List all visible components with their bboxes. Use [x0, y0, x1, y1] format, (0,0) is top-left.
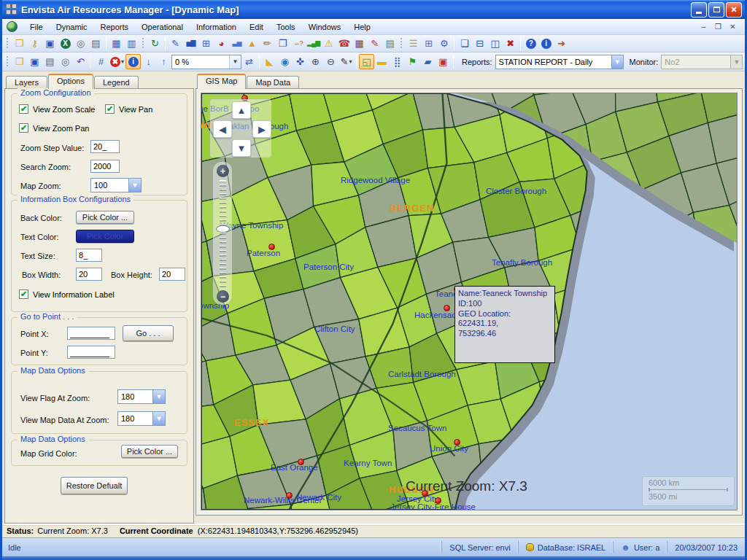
- select-region-button[interactable]: ◱: [359, 54, 374, 69]
- table-data-button[interactable]: ▥: [124, 36, 139, 51]
- point-x-input[interactable]: [67, 327, 115, 340]
- restore-button[interactable]: [708, 2, 724, 18]
- menu-item-help[interactable]: Help: [347, 20, 377, 34]
- print-button[interactable]: ▤: [88, 36, 104, 51]
- excel-export-button[interactable]: X: [58, 36, 73, 51]
- globe-view-button[interactable]: ◉: [277, 54, 293, 69]
- view-map-data-zoom-select[interactable]: 180▼: [117, 411, 166, 426]
- draw-pen-button[interactable]: ✎▾: [338, 54, 354, 69]
- info-mode-button[interactable]: i: [125, 54, 141, 69]
- menu-item-information[interactable]: Information: [190, 20, 243, 34]
- histogram-button[interactable]: ▃▅: [229, 36, 244, 51]
- toolbar-handle[interactable]: [6, 56, 9, 68]
- refresh-button[interactable]: ↻: [147, 36, 163, 51]
- tab-options[interactable]: Options: [48, 74, 93, 89]
- arrow-down-button[interactable]: ↓: [141, 54, 156, 69]
- calculator-button[interactable]: ⊞: [421, 36, 436, 51]
- back-color-button[interactable]: Pick Color ...: [76, 211, 134, 224]
- toolbar-handle[interactable]: [400, 38, 403, 50]
- edit-note-button[interactable]: ✎: [367, 36, 382, 51]
- alarm-warning-button[interactable]: ⚠: [321, 36, 336, 51]
- zoom-in-button[interactable]: ⊕: [308, 54, 323, 69]
- stats-chart-button[interactable]: ▂▄▆: [306, 36, 321, 51]
- dots-grid-button[interactable]: ⣿: [390, 54, 405, 69]
- key-search-button[interactable]: ⚷: [27, 36, 42, 51]
- dropdown-caret-icon[interactable]: ▾: [121, 58, 124, 65]
- pan-left-button[interactable]: ◀: [213, 120, 232, 138]
- grid-toggle-button[interactable]: #: [93, 54, 109, 69]
- view-zoom-pan-checkbox[interactable]: ✔View Zoom Pan: [19, 123, 89, 133]
- chevron-down-icon[interactable]: ▼: [730, 55, 742, 69]
- box-width-input[interactable]: 20: [76, 268, 102, 281]
- pan-tool-button[interactable]: ✜: [293, 54, 308, 69]
- flag-button[interactable]: ⚑: [405, 54, 420, 69]
- layer-order-button[interactable]: ⇄: [241, 54, 257, 69]
- stop-button[interactable]: ✖▾: [109, 54, 125, 69]
- station-marker[interactable]: [268, 244, 275, 250]
- tab-gis-map[interactable]: GIS Map: [197, 74, 246, 89]
- menu-item-edit[interactable]: Edit: [243, 20, 270, 34]
- zoom-out-slider-button[interactable]: −: [217, 290, 229, 303]
- restore-default-button[interactable]: Restore Defualt: [61, 477, 128, 494]
- view-information-label-checkbox[interactable]: ✔View Information Label: [19, 289, 115, 299]
- cascade-windows-button[interactable]: ❏: [457, 36, 472, 51]
- settings-gear-button[interactable]: ⚙: [436, 36, 452, 51]
- map-grid-color-button[interactable]: Pick Color ...: [121, 445, 178, 458]
- map-zoom-select[interactable]: 100▼: [90, 178, 142, 192]
- menu-item-tools[interactable]: Tools: [270, 20, 302, 34]
- eraser-button[interactable]: ▰: [420, 54, 436, 69]
- open-button[interactable]: ❒: [12, 36, 27, 51]
- menu-item-dynamic[interactable]: Dynamic: [50, 20, 94, 34]
- chevron-down-icon[interactable]: ▼: [611, 55, 623, 69]
- menu-item-operational[interactable]: Operational: [135, 20, 190, 34]
- shapes-3d-button[interactable]: ▲: [244, 36, 260, 51]
- notebook-button[interactable]: ▤: [382, 36, 398, 51]
- undo-button[interactable]: ↶: [73, 54, 88, 69]
- zoom-in-slider-button[interactable]: +: [217, 165, 229, 177]
- station-marker[interactable]: [435, 497, 441, 504]
- ruler-select-button[interactable]: ◣: [262, 54, 277, 69]
- zoom-out-button[interactable]: ⊖: [323, 54, 338, 69]
- mdi-close-button[interactable]: ✕: [727, 21, 739, 32]
- print-preview-button[interactable]: ◎: [73, 36, 88, 51]
- text-color-button[interactable]: Pick Color: [76, 230, 134, 243]
- menu-item-file[interactable]: File: [23, 20, 50, 34]
- callback-phone-button[interactable]: ☎: [336, 36, 352, 51]
- pan-up-button[interactable]: ▲: [232, 101, 251, 119]
- view-pan-checkbox[interactable]: ✔View Pan: [105, 104, 152, 114]
- chevron-down-icon[interactable]: ▼: [229, 55, 241, 69]
- minimize-button[interactable]: [691, 2, 707, 18]
- print-preview-map-button[interactable]: ◎: [58, 54, 73, 69]
- map-canvas[interactable]: ue BorBipoWAaklanroughRidgewood VillageC…: [201, 93, 738, 510]
- pan-right-button[interactable]: ▶: [252, 120, 271, 138]
- save-view-button[interactable]: ▣: [27, 54, 42, 69]
- close-window-button[interactable]: ✖: [503, 36, 518, 51]
- arrow-up-button[interactable]: ↑: [156, 54, 171, 69]
- zoom-slider-track[interactable]: [220, 180, 226, 288]
- calendar-button[interactable]: ▦: [352, 36, 367, 51]
- pan-down-button[interactable]: ▼: [232, 139, 251, 157]
- save-button[interactable]: ▣: [42, 36, 58, 51]
- zoom-slider-thumb[interactable]: [216, 225, 230, 233]
- go-button[interactable]: Go . . .: [123, 325, 174, 341]
- menu-item-reports[interactable]: Reports: [94, 20, 136, 34]
- help-button[interactable]: ?: [523, 36, 538, 51]
- measure-distance-button[interactable]: ▬: [374, 54, 390, 69]
- pie-chart-button[interactable]: ◕: [214, 36, 229, 51]
- monitor-select[interactable]: No2▼: [661, 55, 743, 69]
- station-marker[interactable]: [444, 305, 450, 311]
- station-marker[interactable]: [298, 459, 304, 465]
- tab-layers[interactable]: Layers: [6, 76, 47, 89]
- toolbar-handle[interactable]: [6, 38, 9, 50]
- toolbar-handle[interactable]: [142, 38, 145, 50]
- view-flag-zoom-select[interactable]: 180▼: [117, 389, 166, 404]
- dropdown-caret-icon[interactable]: ▾: [349, 58, 352, 65]
- info-button[interactable]: i: [538, 36, 554, 51]
- tab-legend[interactable]: Legend: [94, 76, 139, 89]
- print-map-button[interactable]: ▤: [42, 54, 58, 69]
- report-window-button[interactable]: ❐: [275, 36, 290, 51]
- point-y-input[interactable]: [67, 346, 115, 359]
- mdi-restore-button[interactable]: ❐: [712, 21, 724, 32]
- chart-edit-button[interactable]: ✎: [168, 36, 183, 51]
- station-marker[interactable]: [286, 492, 293, 499]
